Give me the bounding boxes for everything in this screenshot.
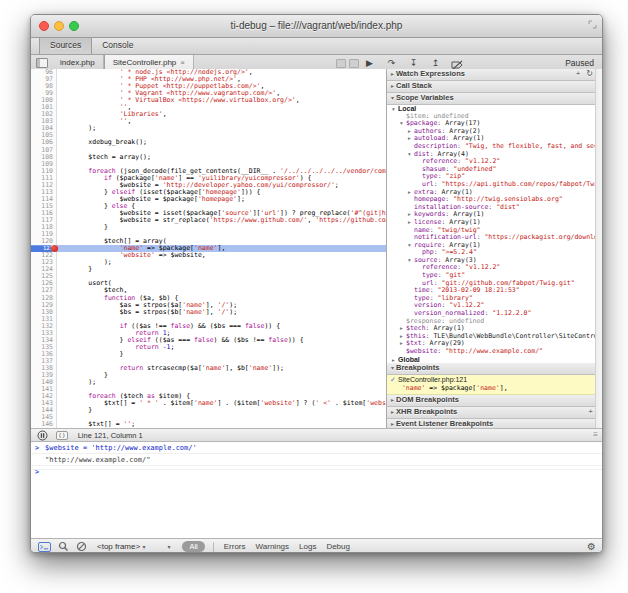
- code-line[interactable]: );: [57, 125, 386, 132]
- scope-variable-row[interactable]: installation-source: "dist": [387, 204, 603, 212]
- code-line[interactable]: xdebug_break();: [57, 139, 386, 146]
- scope-variable-row[interactable]: type: "library": [387, 295, 603, 303]
- code-line[interactable]: $bs = strpos($b['name'], '/');: [57, 309, 386, 316]
- line-number[interactable]: 146: [31, 421, 56, 428]
- scope-variable-row[interactable]: reference: "v1.12.2": [387, 158, 603, 166]
- pause-on-exceptions-icon[interactable]: [37, 430, 48, 441]
- scope-variable-row[interactable]: type: "git": [387, 272, 603, 280]
- section-call-stack[interactable]: ▸Call Stack: [387, 81, 603, 93]
- resize-grip-icon[interactable]: ≡: [593, 429, 598, 441]
- tab-console[interactable]: Console: [92, 38, 143, 54]
- code-line[interactable]: }: [57, 407, 386, 414]
- code-line[interactable]: '',: [57, 118, 386, 125]
- code-line[interactable]: }: [57, 372, 386, 379]
- scope-variable-row[interactable]: url: "https://api.github.com/repos/fabpo…: [387, 181, 603, 189]
- code-line[interactable]: );: [57, 379, 386, 386]
- code-line[interactable]: }: [57, 351, 386, 358]
- variable-name: type: [414, 295, 430, 302]
- variable-value: Array(1): [453, 211, 484, 218]
- scope-variable-row[interactable]: ▾$package: Array(17): [387, 120, 603, 128]
- scope-variable-row[interactable]: ▸$txt: Array(29): [387, 340, 603, 348]
- panel-toggle-icon[interactable]: [336, 59, 346, 68]
- scope-variable-row[interactable]: time: "2013-02-09 18:21:53": [387, 287, 603, 295]
- filter-all[interactable]: All: [182, 541, 204, 552]
- scope-variable-row[interactable]: $response: undefined: [387, 318, 603, 326]
- code-editor[interactable]: 9697989910010110210310410510610710810911…: [31, 69, 386, 428]
- scope-variable-row[interactable]: ▸extra: Array(1): [387, 189, 603, 197]
- section-dom-breakpoints[interactable]: ▸DOM Breakpoints: [387, 395, 603, 407]
- scope-variable-row[interactable]: ▸$this: TLE\Bundle\WebBundle\Controller\…: [387, 333, 603, 341]
- scope-variable-row[interactable]: homepage: "http://twig.sensiolabs.org": [387, 196, 603, 204]
- add-watch-icon[interactable]: +: [576, 69, 581, 78]
- scope-variable-row[interactable]: url: "git://github.com/fabpot/Twig.git": [387, 280, 603, 288]
- filter-logs[interactable]: Logs: [299, 542, 316, 551]
- tab-sources[interactable]: Sources: [39, 38, 92, 54]
- line-number-gutter[interactable]: 9697989910010110210310410510610710810911…: [31, 69, 57, 428]
- scope-variable-row[interactable]: ▾require: Array(1): [387, 242, 603, 250]
- section-xhr-breakpoints[interactable]: ▸XHR Breakpoints +: [387, 407, 603, 419]
- filter-debug[interactable]: Debug: [326, 542, 350, 551]
- variable-value: "https://packagist.org/downloads…": [484, 234, 603, 241]
- variable-value: "zip": [445, 173, 465, 180]
- cursor-position: Line 121, Column 1: [78, 431, 143, 440]
- scope-variable-row[interactable]: description: "Twig, the flexible, fast, …: [387, 143, 603, 151]
- frame-selector-dropdown[interactable]: <top frame> ▾: [97, 542, 145, 551]
- scope-variable-row[interactable]: shasum: "undefined": [387, 166, 603, 174]
- clear-console-icon[interactable]: [76, 541, 87, 552]
- scope-variable-row[interactable]: $website: "http://www.example.com/": [387, 348, 603, 356]
- section-scope-variables[interactable]: ▾Scope Variables: [387, 93, 603, 105]
- code-line[interactable]: $txt[] = '';: [57, 421, 386, 428]
- scope-variable-row[interactable]: $item: undefined: [387, 113, 603, 121]
- console-prompt-line[interactable]: >: [31, 466, 603, 470]
- scope-variable-row[interactable]: version_normalized: "1.12.2.0": [387, 310, 603, 318]
- search-icon[interactable]: [58, 541, 69, 552]
- filter-dropdown-icon[interactable]: ▾: [167, 543, 170, 550]
- pretty-print-button[interactable]: { }: [56, 431, 68, 440]
- code-line[interactable]: }: [57, 266, 386, 273]
- section-breakpoints[interactable]: ▾Breakpoints: [387, 363, 603, 375]
- scope-variable-row[interactable]: ▾dist: Array(4): [387, 151, 603, 159]
- sidebar-scrollbar[interactable]: [595, 69, 603, 428]
- scope-variable-row[interactable]: ▸authors: Array(2): [387, 128, 603, 136]
- zoom-window-icon[interactable]: [69, 21, 79, 31]
- scope-variable-row[interactable]: ▸license: Array(1): [387, 219, 603, 227]
- scope-variable-row[interactable]: ▾Local: [387, 105, 603, 113]
- scope-variable-row[interactable]: ▾source: Array(3): [387, 257, 603, 265]
- code-line[interactable]: );: [57, 259, 386, 266]
- fullscreen-icon[interactable]: [588, 20, 597, 29]
- add-xhr-breakpoint-icon[interactable]: +: [588, 407, 593, 416]
- filter-warnings[interactable]: Warnings: [256, 542, 290, 551]
- breakpoint-list-item[interactable]: ✓SiteController.php:121 'name' => $packa…: [387, 375, 603, 395]
- variable-name: dist: [414, 151, 430, 158]
- close-tab-icon[interactable]: ×: [180, 58, 185, 67]
- settings-gear-icon[interactable]: ⚙: [587, 539, 596, 553]
- refresh-watch-icon[interactable]: ↻: [586, 69, 593, 78]
- show-navigator-icon[interactable]: [36, 58, 48, 68]
- scope-variable-row[interactable]: ▸keywords: Array(1): [387, 211, 603, 219]
- variable-name: shasum: [422, 166, 445, 173]
- filter-errors[interactable]: Errors: [224, 542, 246, 551]
- code-line[interactable]: }: [57, 224, 386, 231]
- section-watch-expressions[interactable]: ▸Watch Expressions +↻: [387, 69, 603, 81]
- variable-name: php: [422, 249, 434, 256]
- scope-variable-row[interactable]: version: "v1.12.2": [387, 302, 603, 310]
- minimize-window-icon[interactable]: [54, 21, 64, 31]
- code-line[interactable]: $txt[] = ' * ' . $item['name'] . ($item[…: [57, 400, 386, 407]
- code-area[interactable]: ' * node.js <http://nodejs.org/>', ' * P…: [57, 69, 386, 428]
- scope-variable-row[interactable]: ▸$tech: Array(1): [387, 325, 603, 333]
- scope-variable-row[interactable]: name: "twig/twig": [387, 227, 603, 235]
- scope-variable-row[interactable]: ▸autoload: Array(1): [387, 135, 603, 143]
- code-line[interactable]: $tech = array();: [57, 154, 386, 161]
- scope-variable-row[interactable]: reference: "v1.12.2": [387, 264, 603, 272]
- console-panel[interactable]: > $website = 'http://www.example.com/' "…: [31, 442, 603, 538]
- toggle-breakpoints-icon[interactable]: [451, 60, 464, 70]
- section-event-listener-breakpoints[interactable]: ▸Event Listener Breakpoints: [387, 419, 603, 428]
- close-window-icon[interactable]: [39, 21, 49, 31]
- scope-variable-row[interactable]: notification-url: "https://packagist.org…: [387, 234, 603, 242]
- scope-variable-row[interactable]: type: "zip": [387, 173, 603, 181]
- breakpoint-checkbox[interactable]: ✓: [390, 376, 396, 383]
- panel-toggle-icon[interactable]: [349, 59, 359, 68]
- scope-variable-row[interactable]: php: ">=5.2.4": [387, 249, 603, 257]
- show-console-icon[interactable]: [38, 542, 51, 552]
- scope-variable-row[interactable]: ▸Global: [387, 356, 603, 364]
